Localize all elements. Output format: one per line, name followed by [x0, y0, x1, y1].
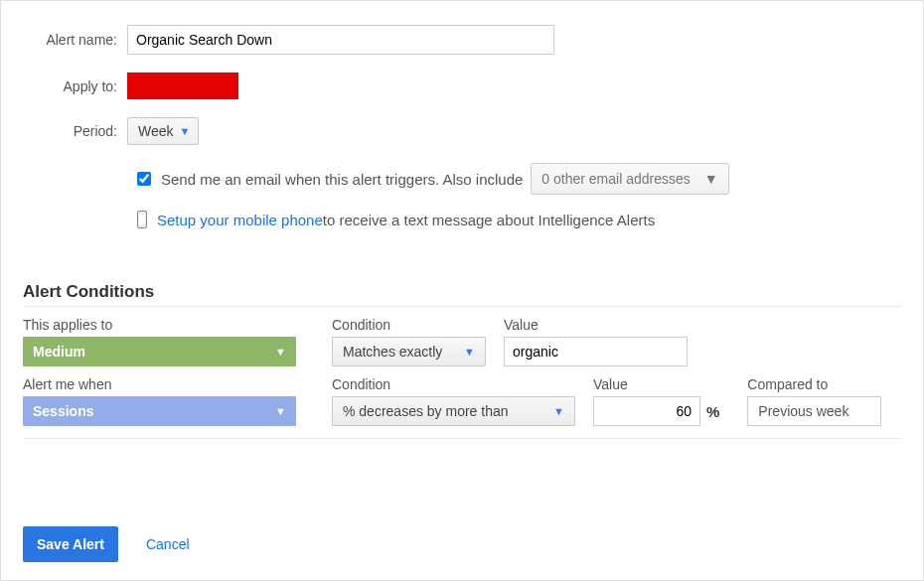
- caret-down-icon: ▼: [180, 125, 191, 137]
- alert-when-col: Alert me when Sessions ▼: [23, 376, 314, 426]
- caret-down-icon: ▼: [275, 405, 286, 417]
- condition-row-2: Alert me when Sessions ▼ Condition % dec…: [23, 376, 901, 426]
- applies-to-col: This applies to Medium ▼: [23, 317, 314, 366]
- alert-conditions-box: This applies to Medium ▼ Condition Match…: [23, 306, 901, 439]
- value1-col: Value: [504, 317, 688, 366]
- row-period: Period: Week ▼: [23, 117, 901, 145]
- compared-to-value: Previous week: [758, 403, 848, 419]
- value1-label: Value: [504, 317, 688, 333]
- caret-down-icon: ▼: [704, 171, 718, 187]
- row-apply-to: Apply to:: [23, 73, 901, 99]
- condition1-col: Condition Matches exactly ▼: [332, 317, 486, 366]
- setup-mobile-link[interactable]: Setup your mobile phone: [157, 212, 323, 228]
- compared-to-box[interactable]: Previous week: [747, 396, 881, 426]
- label-period: Period:: [23, 123, 127, 139]
- alert-name-input[interactable]: [127, 25, 554, 55]
- apply-to-redacted[interactable]: [127, 73, 238, 99]
- compared-label: Compared to: [747, 376, 881, 392]
- other-emails-text: 0 other email addresses: [541, 171, 690, 187]
- caret-down-icon: ▼: [464, 346, 475, 358]
- alert-when-label: Alert me when: [23, 376, 314, 392]
- percent-symbol: %: [706, 403, 719, 420]
- condition2-value: % decreases by more than: [343, 403, 509, 419]
- alert-when-value: Sessions: [33, 403, 93, 419]
- actions-row: Save Alert Cancel: [23, 526, 190, 562]
- caret-down-icon: ▼: [553, 405, 564, 417]
- applies-to-label: This applies to: [23, 317, 314, 333]
- alert-config-panel: Alert name: Apply to: Period: Week ▼ Sen…: [0, 0, 924, 581]
- alert-conditions-title: Alert Conditions: [23, 282, 901, 302]
- save-alert-button[interactable]: Save Alert: [23, 526, 118, 562]
- mobile-row: Setup your mobile phone to receive a tex…: [137, 211, 901, 228]
- cancel-link[interactable]: Cancel: [146, 536, 190, 552]
- other-emails-select[interactable]: 0 other email addresses ▼: [531, 163, 728, 195]
- applies-to-value: Medium: [33, 344, 85, 360]
- phone-icon: [137, 211, 147, 228]
- label-alert-name: Alert name:: [23, 32, 127, 48]
- caret-down-icon: ▼: [275, 346, 286, 358]
- mobile-tail-text: to receive a text message about Intellig…: [323, 212, 655, 228]
- email-row: Send me an email when this alert trigger…: [137, 163, 901, 195]
- condition2-col: Condition % decreases by more than ▼: [332, 376, 575, 426]
- period-select[interactable]: Week ▼: [127, 117, 199, 145]
- label-apply-to: Apply to:: [23, 78, 127, 94]
- condition2-label: Condition: [332, 376, 575, 392]
- notification-block: Send me an email when this alert trigger…: [137, 163, 901, 228]
- value2-input[interactable]: [593, 396, 700, 426]
- applies-to-select[interactable]: Medium ▼: [23, 337, 296, 366]
- condition1-select[interactable]: Matches exactly ▼: [332, 337, 486, 366]
- value2-label: Value: [593, 376, 719, 392]
- condition1-label: Condition: [332, 317, 486, 333]
- condition-row-1: This applies to Medium ▼ Condition Match…: [23, 317, 901, 366]
- row-alert-name: Alert name:: [23, 25, 901, 55]
- value1-input[interactable]: [504, 337, 688, 366]
- value2-col: Value %: [593, 376, 719, 426]
- condition1-value: Matches exactly: [343, 344, 442, 360]
- alert-when-select[interactable]: Sessions ▼: [23, 396, 296, 426]
- send-email-checkbox[interactable]: [137, 172, 151, 186]
- condition2-select[interactable]: % decreases by more than ▼: [332, 396, 575, 426]
- send-email-text: Send me an email when this alert trigger…: [161, 171, 523, 188]
- compared-col: Compared to Previous week: [747, 376, 881, 426]
- period-value: Week: [138, 123, 174, 139]
